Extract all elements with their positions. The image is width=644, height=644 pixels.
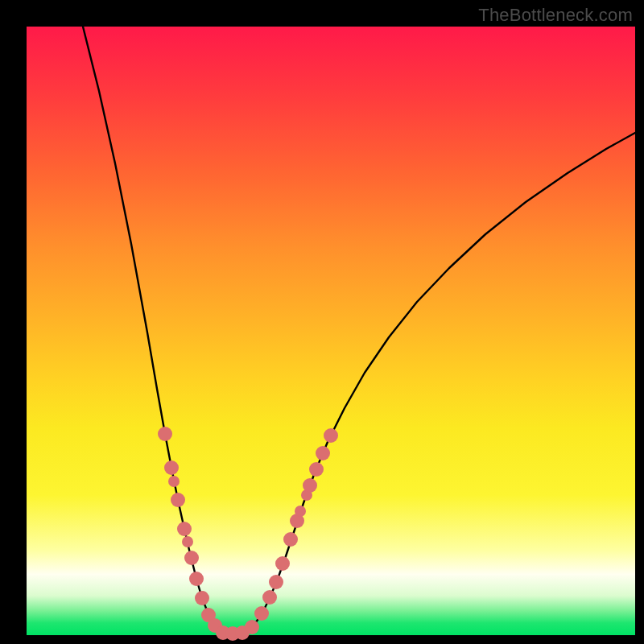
data-dot: [195, 591, 209, 605]
data-dot: [316, 446, 330, 460]
data-dot: [171, 493, 185, 507]
watermark-text: TheBottleneck.com: [478, 5, 633, 26]
plot-area: [27, 27, 635, 635]
data-dot: [164, 460, 179, 475]
data-dot: [245, 620, 259, 634]
data-dot: [189, 572, 204, 586]
data-dot: [303, 478, 317, 493]
data-dot: [158, 427, 172, 441]
bottleneck-curve: [83, 27, 635, 634]
data-dot: [324, 428, 338, 443]
data-dot: [295, 506, 306, 517]
chart-svg: [27, 27, 635, 635]
data-dot: [269, 575, 283, 589]
data-dot: [177, 522, 192, 536]
data-dot: [168, 476, 180, 487]
data-dot: [182, 536, 193, 547]
data-dot: [184, 551, 199, 565]
data-dot: [262, 590, 277, 605]
chart-frame: TheBottleneck.com: [0, 0, 644, 644]
data-dot: [254, 606, 269, 621]
data-dot: [309, 462, 324, 477]
data-dot: [275, 556, 290, 571]
data-dots: [158, 427, 338, 641]
data-dot: [283, 532, 298, 547]
